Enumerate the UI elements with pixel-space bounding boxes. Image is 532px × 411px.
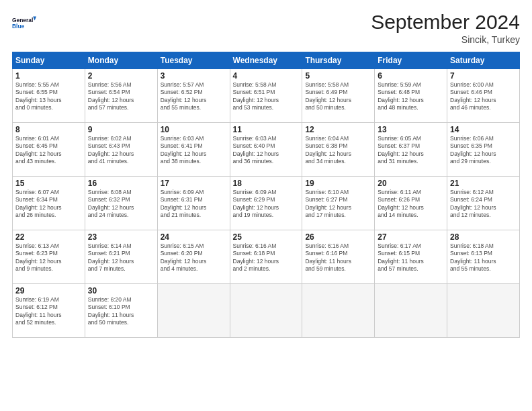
table-row: 26Sunrise: 6:16 AM Sunset: 6:16 PM Dayli… — [302, 230, 375, 284]
day-info: Sunrise: 6:18 AM Sunset: 6:13 PM Dayligh… — [450, 242, 517, 273]
day-number: 1 — [15, 71, 82, 81]
table-row — [375, 284, 447, 338]
table-row: 20Sunrise: 6:11 AM Sunset: 6:26 PM Dayli… — [375, 177, 447, 230]
calendar-table: Sunday Monday Tuesday Wednesday Thursday… — [12, 52, 520, 338]
table-row: 13Sunrise: 6:05 AM Sunset: 6:37 PM Dayli… — [375, 123, 447, 177]
day-info: Sunrise: 5:55 AM Sunset: 6:55 PM Dayligh… — [15, 81, 82, 112]
day-number: 6 — [378, 71, 444, 81]
table-row: 23Sunrise: 6:14 AM Sunset: 6:21 PM Dayli… — [85, 230, 157, 284]
calendar-header-row: Sunday Monday Tuesday Wednesday Thursday… — [13, 52, 520, 69]
day-info: Sunrise: 6:16 AM Sunset: 6:18 PM Dayligh… — [233, 242, 300, 273]
table-row: 8Sunrise: 6:01 AM Sunset: 6:45 PM Daylig… — [13, 123, 85, 177]
day-number: 10 — [161, 125, 227, 134]
day-number: 15 — [15, 179, 82, 188]
table-row: 4Sunrise: 5:58 AM Sunset: 6:51 PM Daylig… — [230, 69, 302, 123]
day-info: Sunrise: 6:13 AM Sunset: 6:23 PM Dayligh… — [15, 242, 82, 273]
day-number: 26 — [305, 232, 371, 242]
day-number: 29 — [15, 286, 82, 295]
table-row: 12Sunrise: 6:04 AM Sunset: 6:38 PM Dayli… — [302, 123, 375, 177]
day-info: Sunrise: 6:08 AM Sunset: 6:32 PM Dayligh… — [88, 189, 154, 220]
day-info: Sunrise: 6:14 AM Sunset: 6:21 PM Dayligh… — [88, 242, 154, 273]
day-info: Sunrise: 5:56 AM Sunset: 6:54 PM Dayligh… — [88, 81, 154, 112]
title-block: September 2024 Sincik, Turkey — [371, 11, 520, 45]
day-info: Sunrise: 6:07 AM Sunset: 6:34 PM Dayligh… — [15, 189, 82, 220]
table-row: 30Sunrise: 6:20 AM Sunset: 6:10 PM Dayli… — [85, 284, 157, 338]
day-info: Sunrise: 6:20 AM Sunset: 6:10 PM Dayligh… — [88, 296, 154, 327]
day-number: 14 — [450, 125, 517, 134]
svg-text:Blue: Blue — [12, 23, 25, 30]
table-row: 11Sunrise: 6:03 AM Sunset: 6:40 PM Dayli… — [230, 123, 302, 177]
day-info: Sunrise: 6:03 AM Sunset: 6:40 PM Dayligh… — [233, 135, 300, 166]
day-info: Sunrise: 6:00 AM Sunset: 6:46 PM Dayligh… — [450, 81, 517, 112]
table-row — [157, 284, 230, 338]
table-row: 19Sunrise: 6:10 AM Sunset: 6:27 PM Dayli… — [302, 177, 375, 230]
table-row: 6Sunrise: 5:59 AM Sunset: 6:48 PM Daylig… — [375, 69, 447, 123]
table-row: 3Sunrise: 5:57 AM Sunset: 6:52 PM Daylig… — [157, 69, 230, 123]
col-saturday: Saturday — [447, 52, 520, 69]
day-number: 19 — [305, 179, 371, 188]
day-info: Sunrise: 6:17 AM Sunset: 6:15 PM Dayligh… — [378, 242, 444, 273]
table-row — [302, 284, 375, 338]
day-info: Sunrise: 6:15 AM Sunset: 6:20 PM Dayligh… — [161, 242, 227, 273]
day-number: 8 — [15, 125, 82, 134]
table-row: 7Sunrise: 6:00 AM Sunset: 6:46 PM Daylig… — [447, 69, 520, 123]
page-header: General Blue September 2024 Sincik, Turk… — [12, 11, 520, 45]
calendar-week-row: 22Sunrise: 6:13 AM Sunset: 6:23 PM Dayli… — [13, 230, 520, 284]
table-row: 28Sunrise: 6:18 AM Sunset: 6:13 PM Dayli… — [447, 230, 520, 284]
day-number: 18 — [233, 179, 300, 188]
svg-text:General: General — [12, 17, 33, 24]
table-row: 17Sunrise: 6:09 AM Sunset: 6:31 PM Dayli… — [157, 177, 230, 230]
day-number: 12 — [305, 125, 371, 134]
table-row: 1Sunrise: 5:55 AM Sunset: 6:55 PM Daylig… — [13, 69, 85, 123]
day-info: Sunrise: 6:16 AM Sunset: 6:16 PM Dayligh… — [305, 242, 371, 273]
table-row: 21Sunrise: 6:12 AM Sunset: 6:24 PM Dayli… — [447, 177, 520, 230]
day-info: Sunrise: 6:01 AM Sunset: 6:45 PM Dayligh… — [15, 135, 82, 166]
table-row: 24Sunrise: 6:15 AM Sunset: 6:20 PM Dayli… — [157, 230, 230, 284]
logo: General Blue — [12, 11, 36, 35]
day-number: 17 — [161, 179, 227, 188]
day-info: Sunrise: 6:10 AM Sunset: 6:27 PM Dayligh… — [305, 189, 371, 220]
table-row: 29Sunrise: 6:19 AM Sunset: 6:12 PM Dayli… — [13, 284, 85, 338]
day-number: 28 — [450, 232, 517, 242]
calendar-week-row: 29Sunrise: 6:19 AM Sunset: 6:12 PM Dayli… — [13, 284, 520, 338]
day-info: Sunrise: 6:12 AM Sunset: 6:24 PM Dayligh… — [450, 189, 517, 220]
calendar-week-row: 1Sunrise: 5:55 AM Sunset: 6:55 PM Daylig… — [13, 69, 520, 123]
table-row — [447, 284, 520, 338]
calendar-week-row: 8Sunrise: 6:01 AM Sunset: 6:45 PM Daylig… — [13, 123, 520, 177]
day-info: Sunrise: 6:19 AM Sunset: 6:12 PM Dayligh… — [15, 296, 82, 327]
day-number: 16 — [88, 179, 154, 188]
day-info: Sunrise: 6:03 AM Sunset: 6:41 PM Dayligh… — [161, 135, 227, 166]
table-row: 25Sunrise: 6:16 AM Sunset: 6:18 PM Dayli… — [230, 230, 302, 284]
day-number: 23 — [88, 232, 154, 242]
day-number: 11 — [233, 125, 300, 134]
day-number: 21 — [450, 179, 517, 188]
day-number: 20 — [378, 179, 444, 188]
table-row: 18Sunrise: 6:09 AM Sunset: 6:29 PM Dayli… — [230, 177, 302, 230]
col-tuesday: Tuesday — [157, 52, 230, 69]
col-sunday: Sunday — [13, 52, 85, 69]
location-title: Sincik, Turkey — [371, 34, 520, 45]
day-info: Sunrise: 6:06 AM Sunset: 6:35 PM Dayligh… — [450, 135, 517, 166]
col-thursday: Thursday — [302, 52, 375, 69]
table-row: 5Sunrise: 5:58 AM Sunset: 6:49 PM Daylig… — [302, 69, 375, 123]
day-number: 9 — [88, 125, 154, 134]
day-number: 22 — [15, 232, 82, 242]
day-number: 2 — [88, 71, 154, 81]
day-number: 5 — [305, 71, 371, 81]
day-info: Sunrise: 5:58 AM Sunset: 6:51 PM Dayligh… — [233, 81, 300, 112]
table-row: 2Sunrise: 5:56 AM Sunset: 6:54 PM Daylig… — [85, 69, 157, 123]
table-row: 10Sunrise: 6:03 AM Sunset: 6:41 PM Dayli… — [157, 123, 230, 177]
day-number: 27 — [378, 232, 444, 242]
day-number: 25 — [233, 232, 300, 242]
day-number: 30 — [88, 286, 154, 295]
day-number: 3 — [161, 71, 227, 81]
day-number: 7 — [450, 71, 517, 81]
table-row: 9Sunrise: 6:02 AM Sunset: 6:43 PM Daylig… — [85, 123, 157, 177]
svg-marker-2 — [33, 16, 36, 20]
day-number: 4 — [233, 71, 300, 81]
day-info: Sunrise: 6:11 AM Sunset: 6:26 PM Dayligh… — [378, 189, 444, 220]
table-row: 14Sunrise: 6:06 AM Sunset: 6:35 PM Dayli… — [447, 123, 520, 177]
day-number: 24 — [161, 232, 227, 242]
table-row: 16Sunrise: 6:08 AM Sunset: 6:32 PM Dayli… — [85, 177, 157, 230]
table-row: 22Sunrise: 6:13 AM Sunset: 6:23 PM Dayli… — [13, 230, 85, 284]
